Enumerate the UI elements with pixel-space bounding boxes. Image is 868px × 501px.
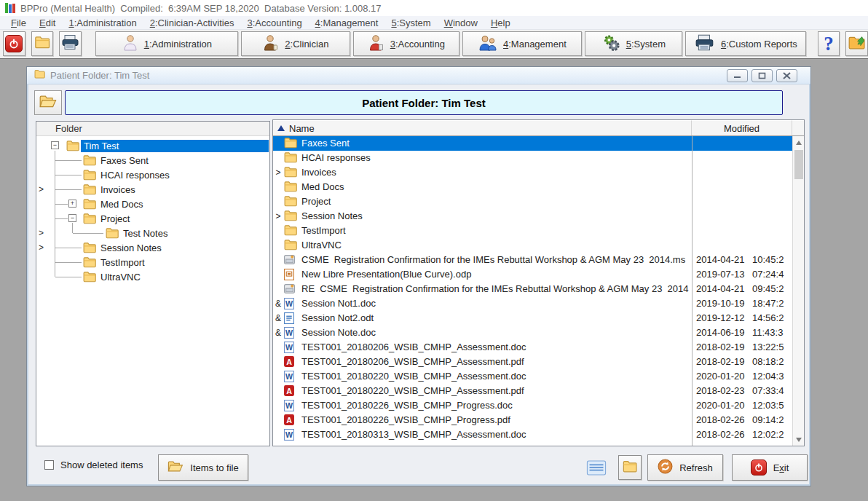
toolbar-button-4-management[interactable]: 4:Management [462,31,582,56]
toolbar-button-1-administration[interactable]: 1:Administration [95,31,238,56]
vertical-scrollbar[interactable] [792,136,804,446]
list-row-test001-20180220-wsib-cmhp-assessment-pd[interactable]: ATEST001_20180220_WSIB_CMHP_Assessment.p… [273,384,792,398]
import-folder-button[interactable] [845,31,868,56]
modified-column-header[interactable]: Modified [692,120,792,135]
list-row-project[interactable]: Project [273,194,792,209]
tree-row-marker: > [39,242,44,253]
tree-item-ultravnc[interactable]: UltraVNC [36,269,269,284]
menu-help[interactable]: Help [484,17,517,28]
svg-text:W: W [285,343,293,352]
restore-button[interactable] [751,69,773,82]
app-title: BPPro (Mental Health) Compiled: 6:39AM S… [20,3,382,14]
tree-item-tim-test[interactable]: −Tim Test [36,138,269,153]
tree-item-project[interactable]: −Project [36,211,269,226]
list-row-new-libre-presentation-blue-curve-odp[interactable]: New Libre Presentation(Blue Curve).odp20… [273,267,792,282]
modified-time: 12:04:3 [752,371,794,382]
tree-item-faxes-sent[interactable]: Faxes Sent [36,153,269,167]
list-row-faxes-sent[interactable]: Faxes Sent [273,136,792,151]
list-row-re-csme-registration-confirmation-for-th[interactable]: RE CSME Registration Confirmation for th… [273,282,792,296]
list-row-session-note-doc[interactable]: &WSession Note.doc2014-06-1911:43:3 [273,326,792,340]
list-row-session-not1-doc[interactable]: &WSession Not1.doc2019-10-1918:47:2 [273,296,792,311]
file-name-cell: >Invoices [273,165,692,180]
menu-file[interactable]: File [4,17,33,28]
tree-item-testimport[interactable]: TestImport [36,255,269,269]
list-row-session-not2-odt[interactable]: &Session Not2.odt2019-12-1214:56:2 [273,311,792,326]
tree-item-session-notes[interactable]: >Session Notes [36,240,269,255]
msg-icon [284,283,295,296]
modified-time: 07:24:4 [752,269,794,280]
tree-item-label: Session Notes [98,242,165,254]
toolbar-button-5-system[interactable]: 5:System [585,31,682,56]
list-row-test001-20180220-wsib-cmhp-assessment-do[interactable]: WTEST001_20180220_WSIB_CMHP_Assessment.d… [273,369,792,384]
list-row-ultravnc[interactable]: UltraVNC [273,238,792,253]
name-column-header[interactable]: Name [273,120,692,135]
window-title: Patient Folder: Tim Test [50,70,727,81]
list-row-hcai-responses[interactable]: HCAI responses [273,151,792,165]
folder-icon [284,138,297,151]
tree-column-header[interactable]: Folder [36,122,269,136]
notes-icon[interactable] [586,460,607,478]
people-management-icon [478,33,497,55]
menu-2-clinician-activities[interactable]: 2:Clinician-Activities [143,17,241,28]
refresh-button[interactable]: Refresh [647,454,723,481]
menu-window[interactable]: Window [438,17,484,28]
exit-button[interactable]: Exit [732,454,808,481]
open-patient-folder-button[interactable] [34,90,62,115]
menu-3-accounting[interactable]: 3:Accounting [240,17,308,28]
toolbar-button-2-clinician[interactable]: 2:Clinician [241,31,350,56]
modified-date: 2014-04-21 [696,283,749,294]
print-button[interactable] [59,31,82,56]
scroll-up-button[interactable] [793,136,804,149]
expand-toggle-icon[interactable]: + [68,200,76,208]
toolbar-button-3-accounting[interactable]: 3:Accounting [353,31,459,56]
close-button[interactable] [776,69,797,82]
menu-1-administration[interactable]: 1:Administration [62,17,143,28]
show-deleted-checkbox[interactable]: Show deleted items [44,459,143,470]
list-row-test001-20180206-wsib-cmhp-assessment-pd[interactable]: ATEST001_20180206_WSIB_CMHP_Assessment.p… [273,355,792,369]
collapse-toggle-icon[interactable]: − [68,214,76,222]
file-name: TEST001_20180206_WSIB_CMHP_Assessment.pd… [301,356,524,367]
help-button[interactable]: ? [818,31,840,56]
refresh-icon [658,459,673,476]
items-to-file-button[interactable]: Items to file [158,454,248,481]
pdf-icon: A [284,356,294,369]
toolbar-button-label: 2:Clinician [285,39,328,50]
file-name: CSME Registration Confirmation for the I… [301,254,685,265]
list-row-session-notes[interactable]: >Session Notes [273,209,792,224]
minimize-button[interactable] [727,69,748,82]
file-name: Session Notes [301,210,363,221]
menu-edit[interactable]: Edit [33,17,62,28]
toolbar-button-label: 3:Accounting [390,39,445,50]
folder-import-icon [848,36,866,52]
list-row-med-docs[interactable]: Med Docs [273,180,792,194]
tree-item-med-docs[interactable]: +Med Docs [36,197,269,211]
folder-icon [284,181,297,194]
file-to-folder-button[interactable] [618,455,642,480]
scroll-down-button[interactable] [793,433,804,446]
menu-5-system[interactable]: 5:System [384,17,437,28]
toolbar-button-label: 6:Custom Reports [721,39,797,50]
list-row-testimport[interactable]: TestImport [273,224,792,238]
list-row-invoices[interactable]: >Invoices [273,165,792,180]
checkbox-box[interactable] [44,460,54,470]
svg-text:A: A [286,416,292,425]
toolbar-button-6-custom-reports[interactable]: 6:Custom Reports [685,31,806,56]
list-row-test001-20180313-wsib-cmhp-assessment-do[interactable]: WTEST001_20180313_WSIB_CMHP_Assessment.d… [273,427,792,442]
list-row-csme-registration-confirmation-for-the-i[interactable]: CSME Registration Confirmation for the I… [273,253,792,267]
tree-item-test-notes[interactable]: >Test Notes [36,226,269,240]
tree-item-hcai-responses[interactable]: HCAI responses [36,167,269,182]
help-icon: ? [824,34,834,54]
tree-item-invoices[interactable]: >Invoices [36,182,269,197]
list-row-test001-20180206-wsib-cmhp-assessment-do[interactable]: WTEST001_20180206_WSIB_CMHP_Assessment.d… [273,340,792,355]
scrollbar-thumb[interactable] [794,150,803,179]
power-button[interactable] [3,31,25,56]
file-name: Invoices [301,167,336,178]
list-row-test001-20180226-wsib-cmhp-progress-pdf[interactable]: ATEST001_20180226_WSIB_CMHP_Progress.pdf… [273,413,792,427]
collapse-toggle-icon[interactable]: − [51,141,59,149]
modified-date: 2020-01-20 [696,400,749,411]
row-marker: > [275,167,282,178]
menu-4-management[interactable]: 4:Management [309,17,385,28]
window-titlebar[interactable]: Patient Folder: Tim Test [27,67,810,84]
list-row-test001-20180226-wsib-cmhp-progress-doc[interactable]: WTEST001_20180226_WSIB_CMHP_Progress.doc… [273,398,792,413]
folder-toolbar-button[interactable] [31,31,54,56]
